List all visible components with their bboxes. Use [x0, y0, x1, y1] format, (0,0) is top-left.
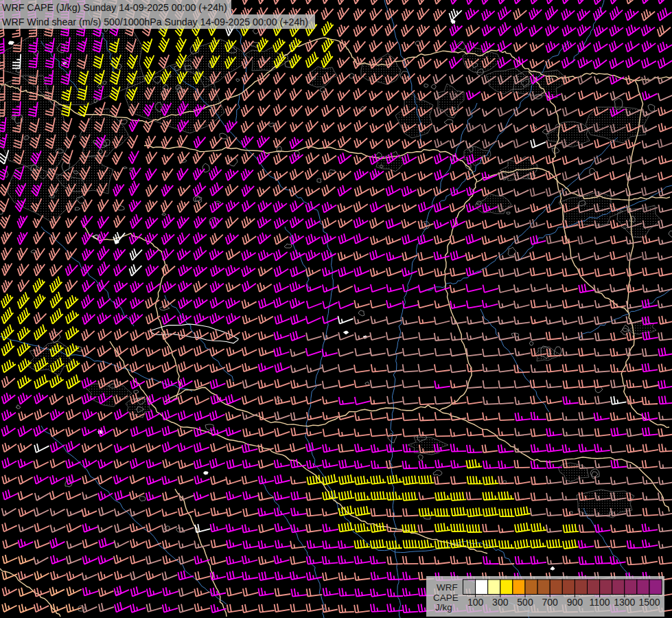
- svg-text:WRF Wind shear (m/s) 500/1000h: WRF Wind shear (m/s) 500/1000hPa Sunday …: [2, 16, 308, 27]
- svg-text:WRF: WRF: [437, 582, 458, 593]
- svg-text:900: 900: [567, 597, 583, 608]
- svg-text:1500: 1500: [638, 597, 660, 608]
- svg-text:1100: 1100: [590, 597, 610, 608]
- svg-text:700: 700: [542, 597, 559, 608]
- svg-text:CAPE: CAPE: [433, 593, 459, 603]
- svg-text:WRF CAPE (J/kg) Sunday 14-09-2: WRF CAPE (J/kg) Sunday 14-09-2025 00:00 …: [2, 2, 227, 13]
- svg-text:1300: 1300: [614, 597, 635, 608]
- svg-text:100: 100: [467, 597, 484, 608]
- svg-text:J/kg: J/kg: [435, 602, 452, 613]
- svg-text:300: 300: [492, 597, 509, 608]
- svg-text:500: 500: [517, 597, 533, 608]
